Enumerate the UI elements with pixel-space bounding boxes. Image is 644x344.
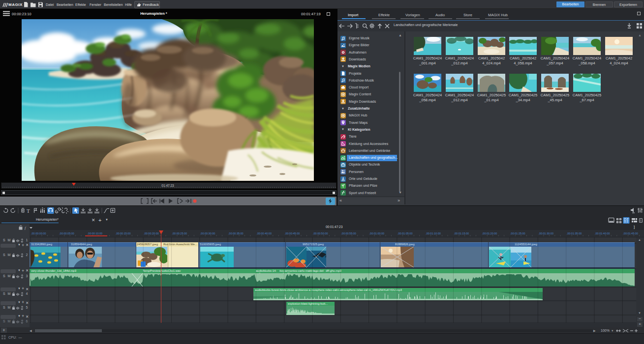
- svg-text:,00:01:15:00: ,00:01:15:00: [454, 232, 469, 235]
- svg-text:,00:01:40:00: ,00:01:40:00: [595, 232, 610, 235]
- svg-text:,00:00:50:00: ,00:00:50:00: [313, 232, 328, 235]
- svg-text:f: f: [25, 226, 27, 230]
- svg-text:,00:00:20:00: ,00:00:20:00: [144, 232, 159, 235]
- svg-text:,00:01:10:00: ,00:01:10:00: [426, 232, 441, 235]
- svg-text:,00:00:35:00: ,00:00:35:00: [228, 232, 244, 235]
- svg-text:,00:00:55:00: ,00:00:55:00: [341, 232, 356, 235]
- svg-text:,00:00:05:00: ,00:00:05:00: [59, 232, 74, 235]
- svg-text:,00:00:45:00: ,00:00:45:00: [285, 232, 300, 235]
- svg-text:,00:00:40:00: ,00:00:40:00: [256, 232, 272, 235]
- svg-text:,00:00:15:00: ,00:00:15:00: [116, 232, 131, 235]
- svg-text:,00:00:30:00: ,00:00:30:00: [200, 232, 215, 235]
- svg-text:,00:01:35:00: ,00:01:35:00: [567, 232, 582, 235]
- svg-text:,00:01:30:00: ,00:01:30:00: [538, 232, 553, 235]
- svg-text:,00:01:20:00: ,00:01:20:00: [482, 232, 497, 235]
- svg-text:,00:01:00:00: ,00:01:00:00: [369, 232, 385, 235]
- svg-text:,00:00:10:00: ,00:00:10:00: [88, 232, 103, 235]
- svg-text:,00:01:05:00: ,00:01:05:00: [398, 232, 413, 235]
- svg-text:T: T: [27, 208, 30, 214]
- svg-text:,00:00:00:00: ,00:00:00:00: [31, 232, 46, 235]
- svg-text:,00:01:25:00: ,00:01:25:00: [510, 232, 525, 235]
- svg-text:,00:01:45:00: ,00:01:45:00: [623, 232, 638, 235]
- svg-text:,00:00:25:00: ,00:00:25:00: [172, 232, 187, 235]
